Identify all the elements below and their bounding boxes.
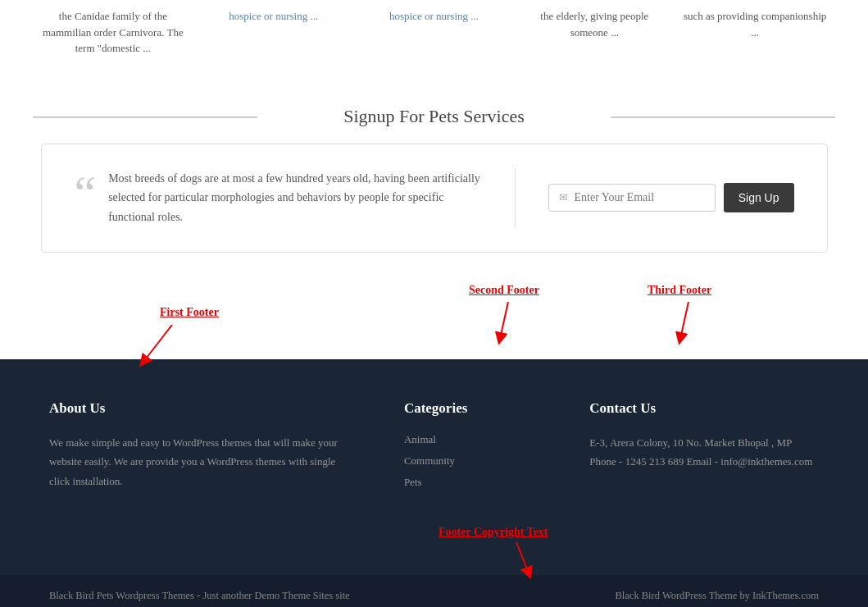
footer-contact-text: E-3, Arera Colony, 10 No. Market Bhopal … [589, 433, 819, 472]
signup-title: Signup For Pets Services [33, 106, 835, 127]
footer-columns: About Us We make simple and easy to Word… [49, 400, 819, 497]
top-card-2: hospice or nursing ... [202, 8, 346, 57]
top-card-5: such as providing companionship ... [683, 8, 827, 57]
top-card-1: the Canidae family of the mammilian orde… [41, 8, 185, 57]
footer-copyright-label: Footer Copyright Text [439, 526, 548, 539]
top-card-5-text: such as providing companionship ... [684, 10, 826, 39]
top-card-2-link[interactable]: hospice or nursing ... [229, 10, 318, 22]
signup-section: Signup For Pets Services “ Most breeds o… [0, 81, 868, 277]
third-footer-label: Third Footer [648, 284, 711, 297]
annotation-area: Second Footer Third Footer First Footer [0, 277, 868, 359]
main-footer: About Us We make simple and easy to Word… [0, 359, 868, 522]
signup-quote-area: “ Most breeds of dogs are at most a few … [75, 169, 516, 227]
signup-button[interactable]: Sign Up [724, 183, 794, 212]
footer-about-col: About Us We make simple and easy to Word… [49, 400, 371, 497]
svg-line-1 [680, 302, 688, 339]
copyright-annotation-area: Footer Copyright Text [0, 522, 868, 575]
email-input-wrapper[interactable]: ✉ [548, 184, 716, 212]
footer-category-community: Community [404, 454, 557, 468]
footer-about-title: About Us [49, 400, 355, 417]
footer-category-pets: Pets [404, 476, 557, 489]
footer-contact-title: Contact Us [589, 400, 819, 417]
top-cards-section: the Canidae family of the mammilian orde… [0, 0, 868, 81]
footer-categories-col: Categories Animal Community Pets [404, 400, 557, 497]
footer-contact-col: Contact Us E-3, Arera Colony, 10 No. Mar… [589, 400, 819, 497]
quote-text: Most breeds of dogs are at most a few hu… [108, 169, 481, 227]
second-footer-label: Second Footer [469, 284, 539, 297]
footer-category-animal: Animal [404, 433, 557, 446]
email-input[interactable] [575, 191, 705, 204]
footer-category-pets-link[interactable]: Pets [404, 476, 422, 488]
top-card-3: hospice or nursing ... [361, 8, 506, 57]
footer-copyright: Black Bird Pets Wordpress Themes - Just … [0, 575, 868, 607]
footer-copyright-arrow [508, 542, 557, 579]
footer-categories-title: Categories [404, 400, 557, 417]
first-footer-arrow [139, 325, 189, 370]
svg-line-2 [143, 325, 172, 362]
second-footer-arrow [492, 302, 533, 347]
top-card-3-link[interactable]: hospice or nursing ... [389, 10, 479, 22]
svg-line-0 [500, 302, 508, 339]
svg-line-3 [516, 542, 529, 573]
footer-copyright-wrapper: Footer Copyright Text Black Bird Pets Wo… [0, 522, 868, 607]
third-footer-arrow [672, 302, 713, 347]
top-card-4: the elderly, giving people someone ... [522, 8, 666, 57]
top-card-4-text: the elderly, giving people someone ... [540, 10, 648, 39]
email-icon: ✉ [559, 191, 568, 204]
first-footer-label: First Footer [160, 306, 219, 319]
quote-mark-icon: “ [75, 173, 97, 212]
signup-form: ✉ Sign Up [516, 183, 794, 212]
footer-category-animal-link[interactable]: Animal [404, 433, 436, 445]
footer-categories-list: Animal Community Pets [404, 433, 557, 489]
footer-category-community-link[interactable]: Community [404, 454, 455, 467]
footer-copyright-right: Black Bird WordPress Theme by InkThemes.… [616, 590, 820, 602]
footer-about-text: We make simple and easy to WordPress the… [49, 433, 355, 491]
footer-copyright-left: Black Bird Pets Wordpress Themes - Just … [49, 590, 350, 602]
top-card-1-text: the Canidae family of the mammilian orde… [43, 10, 184, 54]
signup-box: “ Most breeds of dogs are at most a few … [41, 144, 828, 253]
